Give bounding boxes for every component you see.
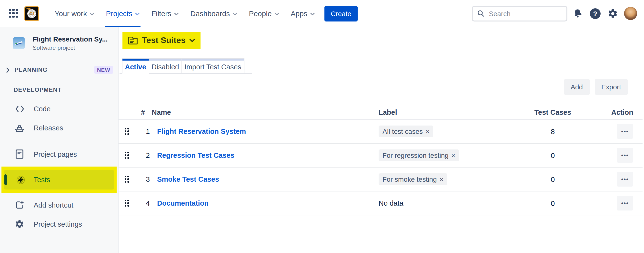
drag-handle-icon[interactable] <box>125 128 129 135</box>
row-actions-button[interactable]: ••• <box>617 148 633 163</box>
row-actions-button[interactable]: ••• <box>617 196 633 210</box>
sidebar-item-label: Code <box>34 105 50 113</box>
row-number: 3 <box>144 175 152 183</box>
project-type: Software project <box>33 45 108 51</box>
document-icon <box>15 149 24 159</box>
sidebar-item-code[interactable]: Code <box>0 99 118 118</box>
column-header-number: # <box>141 108 145 116</box>
label-cell: For regression testing × <box>378 149 459 161</box>
logo-monogram: Gf <box>30 11 34 16</box>
sidebar-item-label: Tests <box>34 176 50 184</box>
header-divider <box>118 55 644 55</box>
app-window: 79F Gf Your work Projects Filters Dashbo… <box>0 0 644 253</box>
row-number: 2 <box>144 151 152 159</box>
logo-corner-text: 79F <box>26 8 30 11</box>
nav-apps[interactable]: Apps <box>290 0 316 27</box>
chevron-down-icon <box>136 13 140 15</box>
planning-label: PLANNING <box>15 66 48 73</box>
drag-handle-icon[interactable] <box>125 152 129 159</box>
test-cases-count: 0 <box>524 199 582 207</box>
label-tag: All test cases × <box>378 126 433 137</box>
chevron-down-icon <box>190 39 196 43</box>
action-cell: ••• <box>617 172 633 187</box>
sidebar-item-project-settings[interactable]: Project settings <box>0 214 118 233</box>
label-tag-text: All test cases <box>382 127 423 135</box>
sidebar-item-label: Releases <box>34 124 63 132</box>
export-button[interactable]: Export <box>594 79 628 95</box>
notifications-bell-icon[interactable] <box>570 6 585 21</box>
sidebar-section-development: DEVELOPMENT <box>14 86 118 93</box>
nav-people[interactable]: People <box>248 0 280 27</box>
chevron-down-icon <box>233 13 237 15</box>
suite-name-link[interactable]: Documentation <box>157 199 208 207</box>
nav-projects[interactable]: Projects <box>105 0 140 27</box>
row-actions-button[interactable]: ••• <box>617 172 633 187</box>
project-title-block: Flight Reservation Sy... Software projec… <box>33 35 108 51</box>
add-shortcut-icon <box>15 200 24 210</box>
add-button[interactable]: Add <box>564 79 590 95</box>
sidebar-section-planning[interactable]: PLANNING NEW <box>6 66 113 74</box>
search-box[interactable] <box>472 6 568 21</box>
label-tag-text: For smoke testing <box>382 175 437 183</box>
test-cases-count: 0 <box>524 151 582 159</box>
tab-active[interactable]: Active <box>122 58 149 74</box>
remove-tag-icon[interactable]: × <box>452 152 455 159</box>
tests-highlight-annotation: Tests <box>2 167 116 193</box>
column-header-label: Label <box>378 108 397 116</box>
suite-name-link[interactable]: Flight Reservation System <box>157 127 246 135</box>
nav-label: Your work <box>55 9 87 18</box>
drag-handle-icon[interactable] <box>125 200 129 207</box>
column-header-test-cases: Test Cases <box>524 108 582 116</box>
code-icon <box>15 104 24 114</box>
tab-import-test-cases[interactable]: Import Test Cases <box>182 58 244 74</box>
suite-name-link[interactable]: Smoke Test Cases <box>157 175 219 183</box>
sidebar-item-add-shortcut[interactable]: Add shortcut <box>0 195 118 214</box>
row-number: 1 <box>144 127 152 135</box>
drag-handle-icon[interactable] <box>125 176 129 183</box>
table-actions: Add Export <box>564 79 628 95</box>
search-input[interactable] <box>488 9 562 18</box>
gear-icon <box>15 219 24 229</box>
search-icon <box>477 10 484 17</box>
nav-label: Projects <box>106 9 132 18</box>
sidebar-item-project-pages[interactable]: Project pages <box>0 145 118 164</box>
nav-dashboards[interactable]: Dashboards <box>189 0 238 27</box>
sidebar-menu-development: Code Releases <box>0 99 118 137</box>
site-logo[interactable]: 79F Gf <box>24 6 39 21</box>
folder-icon <box>128 36 138 45</box>
settings-gear-icon[interactable] <box>606 6 620 21</box>
app-switcher-icon[interactable] <box>9 9 18 18</box>
label-cell: For smoke testing × <box>378 173 448 185</box>
suite-name-link[interactable]: Regression Test Cases <box>157 151 234 159</box>
nav-filters[interactable]: Filters <box>150 0 180 27</box>
chevron-right-icon <box>6 67 10 73</box>
chevron-down-icon <box>90 13 94 15</box>
label-cell-empty: No data <box>378 199 404 207</box>
nav-label: Filters <box>152 9 172 18</box>
action-cell: ••• <box>617 124 633 139</box>
sidebar-item-releases[interactable]: Releases <box>0 118 118 137</box>
create-button[interactable]: Create <box>324 6 358 21</box>
label-tag-text: For regression testing <box>382 151 448 159</box>
table-row: 4 Documentation No data 0 ••• <box>118 191 642 215</box>
user-avatar[interactable] <box>624 7 637 20</box>
row-actions-button[interactable]: ••• <box>617 124 633 139</box>
project-avatar <box>13 37 25 49</box>
label-tag: For smoke testing × <box>378 173 448 185</box>
tab-disabled[interactable]: Disabled <box>148 58 182 74</box>
project-header: Flight Reservation Sy... Software projec… <box>13 35 112 51</box>
test-cases-count: 0 <box>524 175 582 183</box>
help-icon[interactable]: ? <box>588 6 602 21</box>
primary-nav: Your work Projects Filters Dashboards Pe… <box>54 0 316 27</box>
action-cell: ••• <box>617 148 633 163</box>
sidebar-item-tests[interactable]: Tests <box>4 170 114 189</box>
sidebar-item-label: Add shortcut <box>34 201 74 209</box>
test-suites-selector[interactable]: Test Suites <box>122 32 201 49</box>
remove-tag-icon[interactable]: × <box>426 128 429 135</box>
nav-your-work[interactable]: Your work <box>54 0 95 27</box>
table-row: 1 Flight Reservation System All test cas… <box>118 120 642 144</box>
label-cell: All test cases × <box>378 126 433 137</box>
sidebar-divider <box>8 141 110 141</box>
top-nav-bar: 79F Gf Your work Projects Filters Dashbo… <box>0 0 644 27</box>
remove-tag-icon[interactable]: × <box>440 176 444 183</box>
